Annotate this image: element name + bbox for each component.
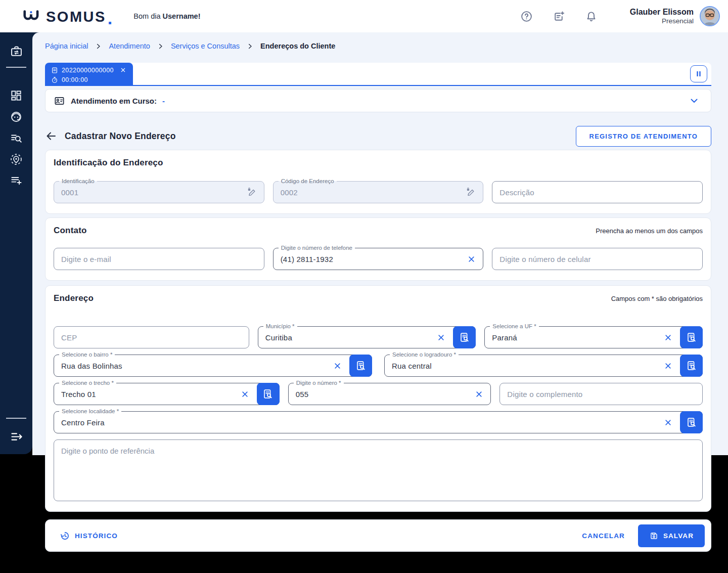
logradouro-clear-button[interactable] bbox=[657, 361, 679, 371]
back-arrow-icon bbox=[45, 130, 57, 142]
chevron-right-icon bbox=[95, 42, 102, 50]
identificacao-input[interactable] bbox=[54, 188, 240, 197]
sidebar-bottom-divider bbox=[6, 418, 26, 419]
logradouro-lookup-button[interactable] bbox=[680, 355, 703, 377]
sidebar bbox=[0, 32, 32, 454]
session-timer: 00:00:00 bbox=[62, 76, 88, 83]
complemento-input[interactable] bbox=[500, 390, 702, 399]
uf-clear-button[interactable] bbox=[657, 333, 679, 342]
uf-lookup-button[interactable] bbox=[680, 326, 703, 348]
playlist-add-icon bbox=[10, 174, 23, 187]
support-agent-icon bbox=[10, 110, 23, 123]
codigo-endereco-input[interactable] bbox=[274, 188, 459, 197]
sidebar-item-attendant[interactable] bbox=[6, 106, 27, 127]
codigo-endereco-field: Código de Endereço bbox=[273, 181, 484, 203]
notifications-button[interactable] bbox=[581, 6, 602, 26]
edit-lock-icon[interactable] bbox=[459, 187, 483, 198]
chevron-right-icon bbox=[157, 42, 164, 50]
numero-clear-button[interactable] bbox=[468, 389, 490, 399]
session-tab[interactable]: 20220000000000 00:00:00 bbox=[45, 63, 133, 85]
sidebar-item-cases[interactable] bbox=[6, 40, 27, 62]
logradouro-input[interactable] bbox=[385, 362, 657, 370]
bairro-input[interactable] bbox=[54, 362, 326, 370]
bairro-clear-button[interactable] bbox=[326, 361, 349, 371]
numero-input[interactable] bbox=[289, 390, 468, 399]
sidebar-item-register-list[interactable] bbox=[6, 170, 27, 191]
somus-logo: somus . bbox=[22, 9, 112, 23]
pause-button[interactable] bbox=[690, 65, 707, 82]
expand-menu-icon bbox=[10, 430, 23, 444]
session-id: 20220000000000 bbox=[62, 67, 114, 74]
help-icon bbox=[520, 10, 533, 23]
bairro-lookup-button[interactable] bbox=[349, 355, 372, 377]
page-title: Cadastrar Novo Endereço bbox=[65, 131, 176, 142]
sidebar-expand-button[interactable] bbox=[6, 426, 27, 447]
trecho-input[interactable] bbox=[54, 390, 234, 399]
new-note-button[interactable] bbox=[549, 6, 569, 26]
telefone-label: Digite o número de telefone bbox=[279, 245, 355, 251]
identificacao-field: Identificação bbox=[54, 181, 264, 203]
chevron-down-icon bbox=[689, 95, 700, 106]
greeting-text: Bom dia Username! bbox=[133, 12, 200, 20]
municipio-clear-button[interactable] bbox=[430, 333, 452, 342]
session-tab-close-button[interactable] bbox=[120, 67, 126, 73]
attendance-bar: Atendimento em Curso: - bbox=[45, 89, 711, 112]
telefone-input[interactable] bbox=[274, 255, 461, 263]
historico-button[interactable]: HISTÓRICO bbox=[57, 530, 121, 542]
stopwatch-icon bbox=[51, 76, 58, 83]
bairro-field: Selecione o bairro * bbox=[54, 355, 372, 377]
referencia-textarea[interactable] bbox=[54, 439, 703, 501]
localidade-lookup-button[interactable] bbox=[680, 411, 703, 433]
close-icon bbox=[120, 67, 126, 73]
breadcrumb-current: Endereços do Cliente bbox=[260, 42, 335, 50]
doc-search-icon bbox=[262, 388, 274, 400]
celular-field bbox=[492, 248, 703, 270]
history-icon bbox=[60, 531, 70, 541]
salvar-button[interactable]: SALVAR bbox=[638, 524, 705, 547]
municipio-input[interactable] bbox=[258, 333, 430, 342]
user-info[interactable]: Glauber Elissom Presencial bbox=[630, 7, 694, 26]
cancelar-button[interactable]: CANCELAR bbox=[575, 526, 632, 546]
uf-input[interactable] bbox=[485, 333, 657, 342]
registro-atendimento-button[interactable]: REGISTRO DE ATENDIMENTO bbox=[576, 126, 711, 147]
municipio-lookup-button[interactable] bbox=[453, 326, 476, 348]
trecho-lookup-button[interactable] bbox=[257, 383, 280, 405]
back-button[interactable] bbox=[45, 130, 57, 142]
breadcrumb: Página inicial Atendimento Serviços e Co… bbox=[45, 41, 711, 51]
localidade-label: Selecione localidade * bbox=[59, 408, 121, 415]
doc-search-icon bbox=[686, 360, 698, 372]
pause-icon bbox=[695, 70, 703, 78]
session-tab-strip: 20220000000000 00:00:00 bbox=[45, 63, 711, 86]
trecho-field: Selecione o trecho * bbox=[54, 383, 280, 405]
email-input[interactable] bbox=[54, 255, 264, 263]
sidebar-item-location[interactable] bbox=[6, 149, 27, 170]
chevron-right-icon bbox=[246, 42, 254, 50]
logo-dot: . bbox=[108, 13, 112, 23]
breadcrumb-link-home[interactable]: Página inicial bbox=[45, 42, 88, 50]
help-button[interactable] bbox=[517, 6, 537, 26]
location-dashed-icon bbox=[10, 153, 23, 166]
sidebar-item-dashboard[interactable] bbox=[6, 85, 27, 106]
cep-input[interactable] bbox=[54, 333, 249, 342]
trecho-clear-button[interactable] bbox=[234, 389, 256, 399]
sidebar-divider bbox=[6, 67, 26, 68]
doc-search-icon bbox=[355, 360, 367, 372]
localidade-input[interactable] bbox=[54, 418, 657, 427]
greeting-username: Username! bbox=[163, 12, 201, 20]
edit-lock-icon[interactable] bbox=[240, 187, 264, 198]
identification-title: Identificação do Endereço bbox=[54, 158, 163, 168]
breadcrumb-link-atendimento[interactable]: Atendimento bbox=[109, 42, 150, 50]
breadcrumb-link-servicos[interactable]: Serviços e Consultas bbox=[171, 42, 240, 50]
celular-input[interactable] bbox=[492, 255, 702, 263]
email-field bbox=[54, 248, 264, 270]
bairro-label: Selecione o bairro * bbox=[59, 351, 115, 358]
descricao-input[interactable] bbox=[492, 188, 702, 197]
avatar[interactable] bbox=[700, 6, 720, 26]
municipio-field: Município * bbox=[258, 326, 476, 348]
greeting-prefix: Bom dia bbox=[133, 12, 162, 20]
attendance-expand-button[interactable] bbox=[686, 95, 703, 107]
telefone-clear-button[interactable] bbox=[460, 254, 483, 264]
numero-field: Digite o número * bbox=[288, 383, 491, 405]
localidade-clear-button[interactable] bbox=[657, 418, 679, 427]
sidebar-item-search[interactable] bbox=[6, 127, 27, 149]
